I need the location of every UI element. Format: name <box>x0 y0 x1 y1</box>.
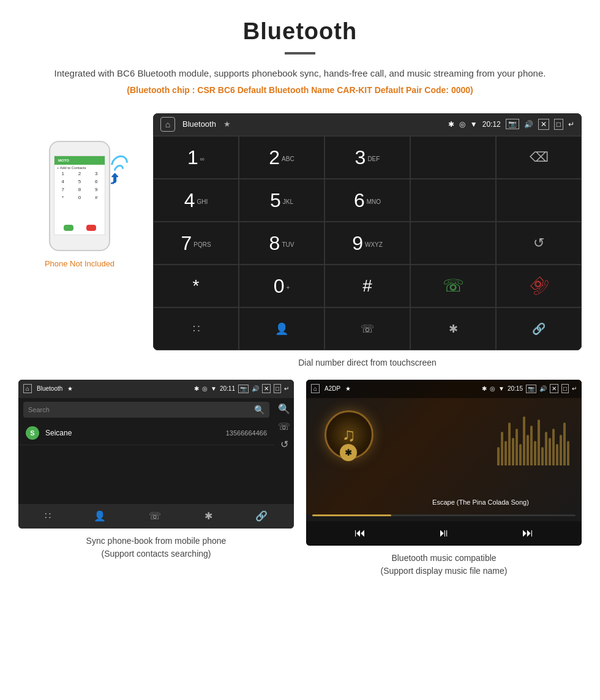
pb-back-icon[interactable]: ↵ <box>284 385 289 392</box>
pb-bottom-phone-icon[interactable]: ☏ <box>149 510 161 522</box>
dial-refresh-key[interactable]: ↺ <box>496 222 582 265</box>
pb-bottom-person-icon[interactable]: 👤 <box>94 510 106 522</box>
dial-key-4[interactable]: 4GHI <box>153 179 239 222</box>
dial-key-6[interactable]: 6MNO <box>324 179 410 222</box>
music-back-icon[interactable]: ↵ <box>572 385 577 392</box>
pb-gps-icon: ◎ <box>202 385 208 392</box>
included-text: Included <box>84 259 114 268</box>
music-bt-badge: ✱ <box>340 444 357 461</box>
back-icon[interactable]: ↵ <box>568 120 574 129</box>
prev-track-icon[interactable]: ⏮ <box>354 527 366 540</box>
page-title: Bluetooth <box>37 18 563 45</box>
music-vol-icon[interactable]: 🔊 <box>539 385 547 392</box>
pb-close-icon[interactable]: ✕ <box>262 384 271 393</box>
pb-side-search-icon[interactable]: 🔍 <box>278 403 290 415</box>
music-topbar-left: ⌂ A2DP ★ <box>311 384 351 393</box>
pb-bottom-bar: ∷ 👤 ☏ ✱ 🔗 <box>18 504 294 529</box>
dial-bottom-phone[interactable]: ☏ <box>324 307 410 350</box>
pb-vol-icon[interactable]: 🔊 <box>252 385 259 392</box>
dial-bottom-link[interactable]: 🔗 <box>496 307 582 350</box>
dial-topbar-left: ⌂ Bluetooth ★ <box>160 117 231 132</box>
music-close-icon[interactable]: ✕ <box>550 384 558 393</box>
phone-call-bar <box>54 225 105 231</box>
dial-screen-container: ⌂ Bluetooth ★ ✱ ◎ ▼ 20:12 📷 🔊 ✕ □ ↵ <box>153 113 582 367</box>
pb-search-bar[interactable]: Search 🔍 <box>23 402 269 418</box>
pb-bottom-bt-icon[interactable]: ✱ <box>204 510 212 522</box>
vis-bar <box>560 435 562 465</box>
phone-call-button <box>64 225 73 231</box>
dial-key-hash[interactable]: # <box>324 265 410 307</box>
volume-icon[interactable]: 🔊 <box>524 120 533 129</box>
next-track-icon[interactable]: ⏭ <box>522 527 533 540</box>
music-controls: ⏮ ⏯ ⏭ <box>306 521 582 546</box>
pb-contact-row[interactable]: S Seicane 13566664466 <box>18 421 274 445</box>
music-home-icon: ⌂ <box>311 384 320 393</box>
music-cam-icon[interactable]: 📷 <box>526 385 536 393</box>
vis-bar <box>523 416 525 465</box>
phone-key-6: 6 <box>91 179 102 184</box>
vis-bar <box>556 444 558 465</box>
window-icon[interactable]: □ <box>554 119 563 130</box>
pb-side-icons: 🔍 ☏ ↺ <box>274 398 294 455</box>
dial-app-name: Bluetooth <box>182 119 216 129</box>
vis-bar <box>541 447 544 465</box>
pb-wifi-icon: ▼ <box>211 385 217 392</box>
pb-win-icon[interactable]: □ <box>274 384 281 393</box>
dial-key-9[interactable]: 9WXYZ <box>324 222 410 265</box>
dial-bottom-bluetooth[interactable]: ✱ <box>410 307 496 350</box>
phone-dialpad-row1: 1 2 3 <box>54 171 105 176</box>
pb-side-phone-icon[interactable]: ☏ <box>278 421 290 432</box>
phone-key-7: 7 <box>58 187 69 192</box>
dial-call-red-key[interactable]: ☏ <box>496 265 582 307</box>
music-win-icon[interactable]: □ <box>561 384 569 393</box>
vis-bar <box>552 429 555 465</box>
music-bt-icon: ✱ <box>482 385 487 392</box>
pb-main: Search 🔍 S Seicane 13566664466 <box>18 398 274 455</box>
phone-dialpad-row4: * 0 # <box>54 195 105 200</box>
dial-key-3[interactable]: 3DEF <box>324 136 410 179</box>
dial-key-7[interactable]: 7PQRS <box>153 222 239 265</box>
close-icon[interactable]: ✕ <box>538 119 549 130</box>
home-icon[interactable]: ⌂ <box>160 117 175 132</box>
phone-key-8: 8 <box>74 187 85 192</box>
dial-key-2[interactable]: 2ABC <box>239 136 324 179</box>
dial-key-star[interactable]: * <box>153 265 239 307</box>
phone-key-hash: # <box>91 195 102 200</box>
dial-backspace-key[interactable]: ⌫ <box>496 136 582 179</box>
link-icon: 🔗 <box>532 322 546 336</box>
dial-key-0[interactable]: 0+ <box>239 265 324 307</box>
music-screen: ⌂ A2DP ★ ✱ ◎ ▼ 20:15 📷 🔊 ✕ □ <box>306 380 582 546</box>
vis-bar <box>504 441 507 465</box>
vis-bar <box>567 441 569 465</box>
call-red-icon: ☏ <box>524 271 553 300</box>
dial-key-1[interactable]: 1∞ <box>153 136 239 179</box>
phone-key-2: 2 <box>74 171 85 176</box>
pb-contact-avatar: S <box>26 426 39 440</box>
pb-camera-icon[interactable]: 📷 <box>238 385 249 393</box>
pb-bottom-link-icon[interactable]: 🔗 <box>255 510 268 522</box>
phone-illustration: ⮭ MOTO + Add to Contacts 1 2 3 <box>46 138 113 254</box>
vis-bar <box>549 438 551 465</box>
dial-bottom-grid[interactable]: ∷ <box>153 307 239 350</box>
bluetooth-icon: ✱ <box>449 322 458 336</box>
pb-bottom-grid-icon[interactable]: ∷ <box>45 510 51 522</box>
vis-bar <box>545 432 547 465</box>
dial-bottom-person[interactable]: 👤 <box>239 307 324 350</box>
phone-end-button <box>86 225 96 231</box>
pb-side-refresh-icon[interactable]: ↺ <box>280 438 288 450</box>
dial-call-green-key[interactable]: ☏ <box>410 265 496 307</box>
dial-key-5[interactable]: 5JKL <box>239 179 324 222</box>
phone-not-text: Phone <box>45 259 70 268</box>
play-pause-icon[interactable]: ⏯ <box>438 527 449 540</box>
music-topbar: ⌂ A2DP ★ ✱ ◎ ▼ 20:15 📷 🔊 ✕ □ <box>306 380 582 398</box>
camera-icon[interactable]: 📷 <box>506 119 519 129</box>
pb-contact-number: 13566664466 <box>226 429 267 437</box>
phone-add-text: + Add to Contacts <box>54 165 105 171</box>
dial-key-8[interactable]: 8TUV <box>239 222 324 265</box>
music-note-icon: ♫ <box>342 424 356 445</box>
phone-dialpad-row2: 4 5 6 <box>54 179 105 184</box>
backspace-icon: ⌫ <box>530 149 549 165</box>
phone-key-0: 0 <box>74 195 85 200</box>
page-header: Bluetooth Integrated with BC6 Bluetooth … <box>0 0 600 101</box>
music-time: 20:15 <box>508 385 523 392</box>
